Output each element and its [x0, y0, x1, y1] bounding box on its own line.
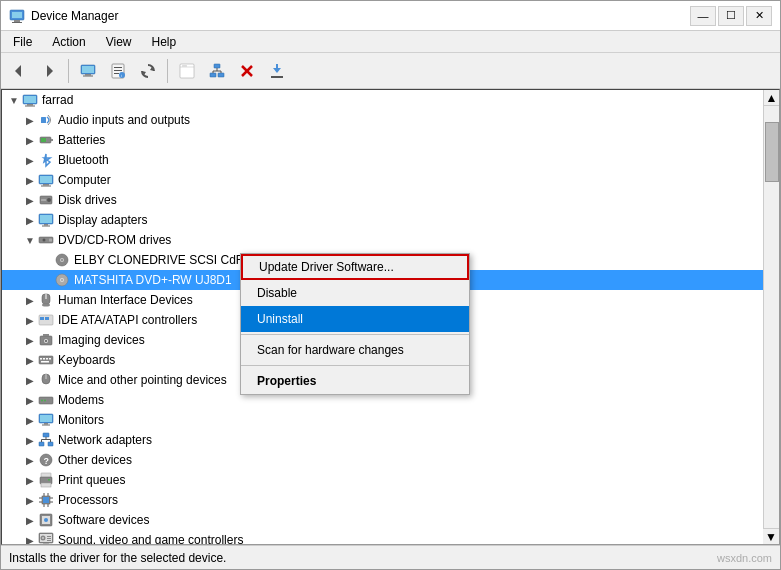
- expand-farrad[interactable]: ▼: [6, 92, 22, 108]
- icon-mouse: [38, 372, 54, 388]
- svg-rect-1: [12, 12, 22, 18]
- expand-bluetooth[interactable]: ▶: [22, 152, 38, 168]
- ctx-scan[interactable]: Scan for hardware changes: [241, 337, 469, 363]
- icon-batteries: [38, 132, 54, 148]
- expand-ide[interactable]: ▶: [22, 312, 38, 328]
- expand-batteries[interactable]: ▶: [22, 132, 38, 148]
- title-bar-left: Device Manager: [9, 8, 118, 24]
- label-sound: Sound, video and game controllers: [58, 533, 243, 544]
- scroll-up[interactable]: ▲: [764, 90, 780, 106]
- svg-rect-75: [49, 358, 51, 360]
- tree-item-dvdcd[interactable]: ▼ DVD/CD-ROM drives: [2, 230, 763, 250]
- expand-print[interactable]: ▶: [22, 472, 38, 488]
- expand-keyboards[interactable]: ▶: [22, 352, 38, 368]
- toolbar-network[interactable]: [203, 57, 231, 85]
- toolbar-help[interactable]: [173, 57, 201, 85]
- tree-item-disk[interactable]: ▶ Disk drives: [2, 190, 763, 210]
- toolbar: i: [1, 53, 780, 89]
- tree-item-bluetooth[interactable]: ▶ Bluetooth: [2, 150, 763, 170]
- tree-item-network[interactable]: ▶ Network adapters: [2, 430, 763, 450]
- label-monitors: Monitors: [58, 413, 104, 427]
- expand-software[interactable]: ▶: [22, 512, 38, 528]
- toolbar-computer[interactable]: [74, 57, 102, 85]
- tree-item-audio[interactable]: ▶ Audio inputs and outputs: [2, 110, 763, 130]
- status-bar: Installs the driver for the selected dev…: [1, 545, 780, 569]
- expand-hid[interactable]: ▶: [22, 292, 38, 308]
- menu-view[interactable]: View: [98, 33, 140, 51]
- menu-help[interactable]: Help: [144, 33, 185, 51]
- toolbar-refresh[interactable]: [134, 57, 162, 85]
- expand-computer[interactable]: ▶: [22, 172, 38, 188]
- toolbar-remove[interactable]: [233, 57, 261, 85]
- icon-other: ?: [38, 452, 54, 468]
- toolbar-properties[interactable]: i: [104, 57, 132, 85]
- ctx-properties[interactable]: Properties: [241, 368, 469, 394]
- svg-rect-31: [276, 64, 278, 69]
- ctx-update-driver[interactable]: Update Driver Software...: [241, 254, 469, 280]
- ctx-disable-label: Disable: [257, 286, 297, 300]
- expand-modems[interactable]: ▶: [22, 392, 38, 408]
- toolbar-back[interactable]: [5, 57, 33, 85]
- tree-item-farrad[interactable]: ▼ farrad: [2, 90, 763, 110]
- menu-action[interactable]: Action: [44, 33, 93, 51]
- ctx-disable[interactable]: Disable: [241, 280, 469, 306]
- tree-item-software[interactable]: ▶ Software devices: [2, 510, 763, 530]
- expand-mice[interactable]: ▶: [22, 372, 38, 388]
- icon-dvd: [38, 232, 54, 248]
- svg-rect-22: [210, 73, 216, 77]
- expand-sound[interactable]: ▶: [22, 532, 38, 544]
- svg-rect-101: [43, 497, 49, 503]
- svg-rect-62: [45, 294, 47, 299]
- toolbar-forward[interactable]: [35, 57, 63, 85]
- tree-item-print[interactable]: ▶ Print queues: [2, 470, 763, 490]
- svg-point-60: [61, 279, 63, 281]
- scroll-thumb[interactable]: [765, 122, 779, 182]
- svg-rect-47: [41, 199, 46, 201]
- svg-rect-86: [42, 425, 50, 426]
- svg-rect-89: [48, 442, 53, 446]
- expand-dvdcd[interactable]: ▼: [22, 232, 38, 248]
- scrollbar[interactable]: ▲ ▼: [763, 90, 779, 544]
- svg-rect-66: [45, 317, 49, 320]
- svg-rect-44: [41, 186, 51, 187]
- svg-point-80: [41, 400, 43, 402]
- expand-other[interactable]: ▶: [22, 452, 38, 468]
- window-controls: — ☐ ✕: [690, 6, 772, 26]
- expand-display[interactable]: ▶: [22, 212, 38, 228]
- expand-monitors[interactable]: ▶: [22, 412, 38, 428]
- svg-rect-37: [41, 117, 46, 123]
- svg-marker-5: [47, 65, 53, 77]
- tree-item-computer[interactable]: ▶ Computer: [2, 170, 763, 190]
- svg-point-14: [119, 72, 125, 78]
- ctx-uninstall[interactable]: Uninstall: [241, 306, 469, 332]
- expand-disk[interactable]: ▶: [22, 192, 38, 208]
- svg-rect-34: [24, 96, 36, 103]
- svg-rect-78: [46, 374, 47, 379]
- label-mice: Mice and other pointing devices: [58, 373, 227, 387]
- icon-disk: [38, 192, 54, 208]
- icon-sound: [38, 532, 54, 544]
- expand-audio[interactable]: ▶: [22, 112, 38, 128]
- label-processors: Processors: [58, 493, 118, 507]
- tree-panel[interactable]: ▼ farrad ▶: [1, 89, 780, 545]
- svg-rect-119: [47, 540, 51, 541]
- maximize-button[interactable]: ☐: [718, 6, 744, 26]
- tree-item-display[interactable]: ▶ Display adapters: [2, 210, 763, 230]
- title-bar: Device Manager — ☐ ✕: [1, 1, 780, 31]
- svg-rect-98: [41, 483, 51, 487]
- close-button[interactable]: ✕: [746, 6, 772, 26]
- scroll-down[interactable]: ▼: [763, 528, 779, 544]
- icon-monitor: [38, 412, 54, 428]
- tree-item-sound[interactable]: ▶ Sound: [2, 530, 763, 544]
- tree-item-other[interactable]: ▶ ? Other devices: [2, 450, 763, 470]
- expand-processors[interactable]: ▶: [22, 492, 38, 508]
- tree-item-batteries[interactable]: ▶ Batteries: [2, 130, 763, 150]
- menu-file[interactable]: File: [5, 33, 40, 51]
- expand-imaging[interactable]: ▶: [22, 332, 38, 348]
- expand-network[interactable]: ▶: [22, 432, 38, 448]
- minimize-button[interactable]: —: [690, 6, 716, 26]
- tree-item-processors[interactable]: ▶: [2, 490, 763, 510]
- toolbar-download[interactable]: [263, 57, 291, 85]
- tree-item-monitors[interactable]: ▶ Monitors: [2, 410, 763, 430]
- svg-rect-40: [41, 138, 46, 142]
